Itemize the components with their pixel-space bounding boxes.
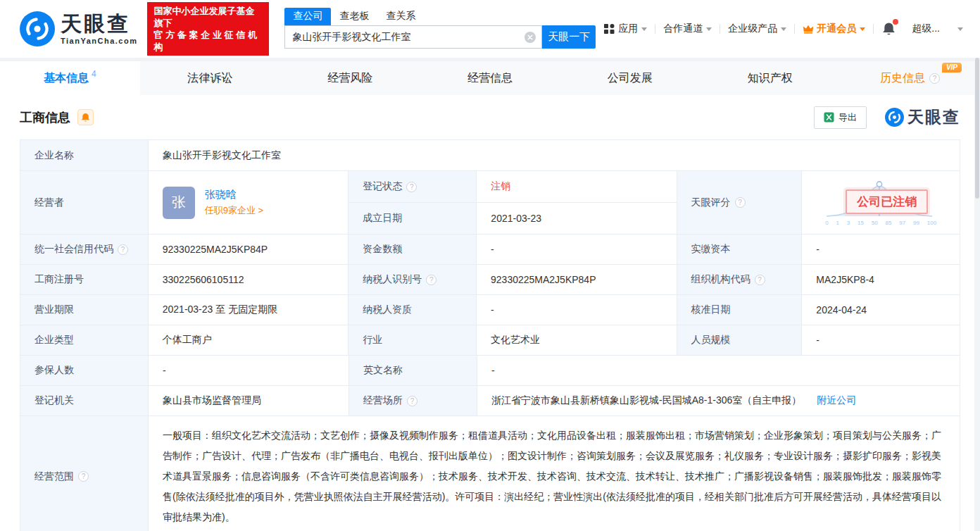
chevron-down-icon[interactable] bbox=[957, 27, 963, 31]
scrollbar-thumb[interactable] bbox=[975, 58, 979, 199]
business-scope-label-text: 经营范围 bbox=[34, 470, 74, 483]
tab-legal-proceedings[interactable]: 法律诉讼 bbox=[140, 61, 280, 95]
insured-count-value: - bbox=[149, 356, 349, 386]
search-input[interactable] bbox=[292, 32, 524, 43]
company-type-value: 个体工商户 bbox=[149, 325, 349, 356]
scrollbar[interactable] bbox=[974, 58, 980, 531]
taxpayer-id-value: 92330225MA2J5KP84P bbox=[477, 265, 677, 295]
logo-title: 天眼查 bbox=[61, 13, 137, 35]
help-icon[interactable]: ? bbox=[735, 197, 746, 208]
org-code-value: MA2J5KP8-4 bbox=[802, 265, 960, 295]
search-button[interactable]: 天眼一下 bbox=[542, 25, 596, 49]
notification-red-dot bbox=[893, 19, 898, 25]
orange-bell-icon bbox=[81, 113, 90, 123]
business-term-label: 营业期限 bbox=[20, 295, 149, 325]
company-type-label: 企业类型 bbox=[20, 325, 149, 356]
operator-cell: 张 张骁晗 任职9家企业 > bbox=[149, 171, 349, 235]
nearby-companies-link[interactable]: 附近公司 bbox=[817, 394, 856, 407]
help-icon[interactable]: ? bbox=[406, 182, 417, 192]
watermark-swirl-icon bbox=[885, 108, 904, 127]
section-actions: 导出 天眼查 bbox=[814, 106, 960, 129]
table-row: 经营范围 ? 一般项目：组织文化艺术交流活动；文艺创作；摄像及视频制作服务；租借… bbox=[20, 416, 960, 531]
org-code-label: 组织机构代码 ? bbox=[677, 265, 803, 295]
watermark-logo: 天眼查 bbox=[885, 106, 960, 128]
score-axis-labels: 0 1 3 15 50 85 97 99 100 bbox=[825, 220, 936, 226]
staff-size-value: - bbox=[802, 325, 960, 356]
nav-enterprise-products[interactable]: 企业级产品 bbox=[720, 23, 794, 35]
premises-label-text: 经营场所 bbox=[363, 394, 403, 407]
nav-super-label: 超级... bbox=[912, 23, 940, 35]
help-icon[interactable]: ? bbox=[426, 275, 436, 285]
operator-name-link[interactable]: 张骁晗 bbox=[205, 188, 263, 201]
score-label-text: 天眼评分 bbox=[691, 196, 731, 209]
insured-count-label: 参保人数 bbox=[20, 356, 149, 386]
notifications-bell-button[interactable] bbox=[874, 22, 904, 36]
tianyancha-swirl-icon bbox=[20, 11, 55, 46]
reg-authority-label: 登记机关 bbox=[20, 386, 149, 416]
search-block: 查公司 查老板 查关系 天眼一下 bbox=[284, 9, 596, 49]
paid-capital-value: - bbox=[802, 235, 960, 265]
business-scope-label: 经营范围 ? bbox=[20, 416, 149, 531]
gov-certification-badge: 国家中小企业发展子基金旗下 官方备案企业征信机构 bbox=[147, 2, 269, 56]
axis-tick: 100 bbox=[927, 220, 936, 226]
help-icon[interactable]: ? bbox=[755, 275, 765, 285]
subscribe-bell-button[interactable] bbox=[77, 109, 94, 125]
top-navigation: 应用 合作通道 企业级产品 开通会员 bbox=[596, 22, 966, 36]
apps-grid-icon bbox=[603, 23, 615, 35]
nav-apps-label: 应用 bbox=[618, 23, 638, 35]
table-row: 登记机关 象山县市场监督管理局 经营场所 ? 浙江省宁波市象山县新桥镇象山影视城… bbox=[20, 386, 960, 416]
export-button[interactable]: 导出 bbox=[814, 106, 867, 129]
help-icon[interactable]: ? bbox=[407, 396, 417, 406]
help-icon[interactable]: ? bbox=[118, 244, 128, 255]
reg-number-label: 工商注册号 bbox=[20, 265, 149, 295]
tab-company-development[interactable]: 公司发展 bbox=[560, 61, 700, 95]
tab-operation-info[interactable]: 经营信息 bbox=[420, 61, 560, 95]
help-icon[interactable]: ? bbox=[929, 73, 940, 84]
tab-history-info[interactable]: 历史信息 ? VIP bbox=[840, 61, 980, 95]
export-label: 导出 bbox=[838, 111, 857, 124]
business-term-value: 2021-03-23 至 无固定期限 bbox=[149, 295, 349, 325]
score-label: 天眼评分 ? bbox=[677, 171, 803, 235]
tab-development-label: 公司发展 bbox=[608, 71, 653, 86]
approval-date-value: 2024-04-24 bbox=[802, 295, 960, 325]
premises-cell: 浙江省宁波市象山县新桥镇象山影视城-民国城A8-1-306室（自主申报） 附近公… bbox=[477, 386, 960, 416]
deregistered-stamp: 公司已注销 bbox=[846, 189, 928, 214]
search-box bbox=[284, 25, 542, 49]
establish-date-label: 成立日期 bbox=[348, 203, 477, 235]
taxpayer-quality-value: - bbox=[477, 295, 677, 325]
reg-status-value: 注销 bbox=[477, 171, 677, 203]
search-tab-boss[interactable]: 查老板 bbox=[331, 8, 377, 25]
top-header: 天眼查 TianYanCha.com 国家中小企业发展子基金旗下 官方备案企业征… bbox=[0, 0, 980, 58]
avatar[interactable]: 张 bbox=[163, 187, 195, 219]
tab-operation-label: 经营信息 bbox=[467, 71, 513, 86]
operator-positions-link[interactable]: 任职9家企业 > bbox=[205, 204, 263, 217]
nav-open-membership[interactable]: 开通会员 bbox=[795, 23, 873, 35]
nav-super-vip[interactable]: 超级... bbox=[904, 23, 948, 35]
premises-value: 浙江省宁波市象山县新桥镇象山影视城-民国城A8-1-306室（自主申报） bbox=[491, 394, 801, 407]
axis-tick: 85 bbox=[886, 220, 892, 226]
reg-status-label-text: 登记状态 bbox=[363, 180, 402, 193]
search-tab-relation[interactable]: 查关系 bbox=[377, 8, 424, 25]
clear-search-icon[interactable] bbox=[524, 32, 536, 43]
reg-number-value: 330225606105112 bbox=[149, 265, 349, 295]
tab-risk-label: 经营风险 bbox=[327, 71, 372, 86]
axis-tick: 3 bbox=[847, 220, 850, 226]
nav-partner-label: 合作通道 bbox=[663, 23, 703, 35]
chevron-down-icon bbox=[706, 27, 712, 31]
logo-domain: TianYanCha.com bbox=[61, 37, 137, 45]
axis-tick: 99 bbox=[913, 220, 919, 226]
business-scope-value: 一般项目：组织文化艺术交流活动；文艺创作；摄像及视频制作服务；租借道具活动；文化… bbox=[149, 416, 960, 531]
tianyancha-logo[interactable]: 天眼查 TianYanCha.com bbox=[20, 11, 137, 46]
taxpayer-quality-label: 纳税人资质 bbox=[348, 295, 477, 325]
company-name-label: 企业名称 bbox=[20, 140, 149, 171]
tab-operation-risk[interactable]: 经营风险 bbox=[280, 61, 420, 95]
nav-partner-channel[interactable]: 合作通道 bbox=[655, 23, 720, 35]
nav-apps[interactable]: 应用 bbox=[596, 23, 655, 35]
search-tab-company[interactable]: 查公司 bbox=[284, 8, 331, 25]
axis-tick: 0 bbox=[825, 220, 828, 226]
axis-tick: 15 bbox=[857, 220, 864, 226]
help-icon[interactable]: ? bbox=[78, 471, 89, 482]
tab-intellectual-property[interactable]: 知识产权 bbox=[700, 61, 840, 95]
gov-badge-line1: 国家中小企业发展子基金旗下 bbox=[153, 5, 263, 29]
tab-basic-info[interactable]: 基本信息 4 bbox=[0, 61, 140, 95]
